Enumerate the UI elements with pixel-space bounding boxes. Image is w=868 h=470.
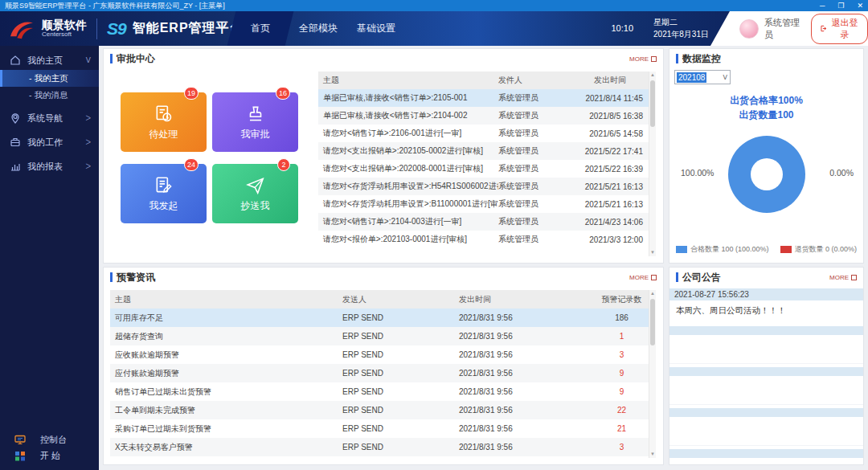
alert-table-row[interactable]: 超储存货查询 ERP SEND 2021/8/31 9:56 1 — [110, 327, 656, 345]
approval-table-row[interactable]: 单据已审核,请接收<销售订单>:2105-001 系统管理员 2021/8/14… — [318, 89, 656, 107]
approval-table-row[interactable]: 请您对<存货浮动耗用率设置>:H54R1S006002进行[审核] 系统管理员 … — [318, 178, 656, 195]
window-controls: ─ ❐ ✕ — [820, 0, 863, 11]
approval-table-row[interactable]: 单据已审核,请接收<销售订单>:2104-002 系统管理员 2021/8/5 … — [318, 107, 656, 125]
approval-panel-header: 审批中心 MORE — [104, 49, 663, 68]
header-user-area: 系统管理员 退出登录 — [710, 11, 868, 46]
alert-table-row[interactable]: 应付账款逾期预警 ERP SEND 2021/8/31 9:56 9 — [110, 364, 656, 382]
paper-plane-icon — [245, 175, 266, 196]
tile-initiated-by-me[interactable]: 24 我发起 — [121, 164, 207, 223]
chevron-right-icon: ᐳ — [85, 138, 91, 146]
approval-center-panel: 审批中心 MORE 19 待处理 — [103, 48, 664, 264]
pending-count-badge: 19 — [184, 87, 199, 100]
maximize-icon[interactable]: ❐ — [837, 0, 844, 11]
tile-pending[interactable]: 19 待处理 — [121, 92, 207, 152]
sidebar-group-my-reports[interactable]: 我的报表 ᐳ — [0, 157, 99, 176]
approval-table-row[interactable]: 请您对<报价单>:202103-0001进行[审核] 系统管理员 2021/3/… — [318, 231, 656, 248]
close-icon[interactable]: ✕ — [857, 0, 863, 11]
briefcase-icon — [10, 137, 21, 148]
notice-panel-header: 公司公告 MORE — [669, 268, 863, 287]
alerts-rows: 可用库存不足 ERP SEND 2021/8/31 9:56 186 超储存货查… — [110, 309, 656, 456]
period-selected-value: 202108 — [677, 72, 706, 83]
scroll-up-icon[interactable]: ▲ — [649, 290, 656, 297]
weekday: 星期二 — [653, 16, 709, 28]
scroll-down-icon[interactable]: ▼ — [649, 249, 656, 256]
approval-scrollbar[interactable]: ▲ ▼ — [649, 72, 656, 256]
alerts-panel: 预警资讯 MORE 主题 发送人 发出时间 预警记录数 可用库存不 — [103, 267, 664, 465]
tile-my-approvals[interactable]: 16 我审批 — [212, 92, 298, 152]
scrollbar-thumb[interactable] — [650, 80, 655, 127]
panel-accent-bar — [110, 54, 113, 63]
home-icon — [10, 55, 21, 66]
sidebar-item-my-messages[interactable]: - 我的消息 — [0, 87, 99, 104]
brand-name: 顺景软件 — [42, 19, 87, 31]
minimize-icon[interactable]: ─ — [820, 0, 825, 11]
sidebar-group-my-home[interactable]: 我的主页 ᐯ — [0, 51, 99, 70]
chart-legend: 合格数量 100 (100.00%) 退货数量 0 (0.00%) — [669, 244, 863, 255]
tile-cc-to-me[interactable]: 2 抄送我 — [212, 164, 298, 223]
notice-empty-slot — [669, 367, 863, 405]
scroll-up-icon[interactable]: ▲ — [649, 72, 656, 79]
alert-table-row[interactable]: 销售订单已过期未出货预警 ERP SEND 2021/8/31 9:56 9 — [110, 382, 656, 401]
notice-empty-slot — [669, 326, 863, 364]
nav-tab-basic-settings[interactable]: 基础设置 — [347, 11, 405, 46]
alert-table-row[interactable]: 采购订单已过期未到货预警 ERP SEND 2021/8/31 9:56 21 — [110, 419, 656, 438]
user-avatar[interactable] — [739, 19, 759, 39]
start-button[interactable]: 开 始 — [0, 448, 99, 464]
more-icon — [651, 275, 657, 280]
scrollbar-thumb[interactable] — [650, 299, 655, 345]
more-icon — [851, 275, 857, 280]
nav-tab-all-modules[interactable]: 全部模块 — [289, 11, 347, 46]
company-notice-panel: 公司公告 MORE 2021-08-27 15:56:23 本周六、周日公司活动… — [669, 267, 864, 465]
alert-table-row[interactable]: 可用库存不足 ERP SEND 2021/8/31 9:56 186 — [110, 309, 656, 327]
logout-button[interactable]: 退出登录 — [811, 14, 868, 44]
alerts-scrollbar[interactable]: ▲ ▼ — [649, 290, 656, 458]
alerts-more-button[interactable]: MORE — [629, 274, 657, 281]
notice-panel-title: 公司公告 — [682, 271, 721, 284]
pass-percentage-label: 100.00% — [681, 168, 714, 178]
brand-divider — [96, 18, 97, 39]
notice-empty-slot — [669, 449, 863, 464]
approval-table-row[interactable]: 请您对<支出报销单>:202105-0002进行[审核] 系统管理员 2021/… — [318, 142, 656, 160]
main-nav: 首页 全部模块 基础设置 — [231, 11, 405, 46]
console-button[interactable]: 控制台 — [0, 431, 99, 448]
clock: 10:10 — [611, 23, 633, 33]
brand-area: 顺景软件 Centersoft S9 智能ERP管理平台 — [8, 11, 244, 46]
notice-timestamp: 2021-08-27 15:56:23 — [669, 288, 863, 300]
user-name: 系统管理员 — [764, 17, 801, 41]
nav-tab-home[interactable]: 首页 — [227, 11, 294, 46]
alerts-table: 主题 发送人 发出时间 预警记录数 可用库存不足 ERP SEND 2021/8… — [110, 290, 656, 458]
approval-more-button[interactable]: MORE — [629, 55, 657, 63]
cc-count-badge: 2 — [277, 158, 290, 171]
alert-table-row[interactable]: 应收账款逾期预警 ERP SEND 2021/8/31 9:56 3 — [110, 345, 656, 364]
erp-window: 顺景S9智能ERP管理平台 - 广东顺景软件科技有限公司_ZY - [主菜单] … — [0, 0, 868, 470]
panel-accent-bar — [110, 272, 113, 282]
sidebar-group-system-nav[interactable]: 系统导航 ᐳ — [0, 108, 99, 128]
start-icon — [14, 451, 26, 461]
location-pin-icon — [10, 112, 21, 124]
scroll-down-icon[interactable]: ▼ — [649, 451, 656, 458]
sidebar: 我的主页 ᐯ - 我的主页 - 我的消息 系统导航 ᐳ 我的工作 ᐳ 我 — [0, 46, 99, 470]
approval-tiles: 19 待处理 16 我审批 — [121, 92, 298, 223]
os-titlebar: 顺景S9智能ERP管理平台 - 广东顺景软件科技有限公司_ZY - [主菜单] … — [0, 0, 868, 11]
pass-rate-headline: 出货合格率100% — [669, 94, 863, 108]
period-select[interactable]: 202108 ᐯ — [674, 70, 731, 84]
notice-entry[interactable]: 2021-08-27 15:56:23 本周六、周日公司活动！！！ — [669, 288, 863, 323]
document-edit-icon — [154, 175, 174, 196]
bar-chart-icon — [10, 161, 21, 172]
approval-table-row[interactable]: 请您对<销售订单>:2106-001进行[一审] 系统管理员 2021/6/5 … — [318, 125, 656, 142]
notice-list: 2021-08-27 15:56:23 本周六、周日公司活动！！！ — [669, 288, 863, 464]
data-monitor-panel: 数据监控 202108 ᐯ 出货合格率100% 出货数量100 100.00% … — [669, 48, 864, 264]
initiated-count-badge: 24 — [184, 158, 199, 171]
alerts-table-header: 主题 发送人 发出时间 预警记录数 — [110, 290, 656, 309]
brand-text: 顺景软件 Centersoft — [42, 19, 87, 38]
alert-table-row[interactable]: 工令单到期未完成预警 ERP SEND 2021/8/31 9:56 22 — [110, 401, 656, 419]
monitor-panel-header: 数据监控 — [669, 49, 863, 68]
notice-more-button[interactable]: MORE — [829, 274, 857, 281]
sidebar-item-my-home[interactable]: - 我的主页 — [0, 70, 99, 87]
approval-table-row[interactable]: 请您对<支出报销单>:202008-0001进行[审核] 系统管理员 2021/… — [318, 160, 656, 178]
date: 2021年8月31日 — [653, 28, 709, 40]
alert-table-row[interactable]: X天未转交易客户预警 ERP SEND 2021/8/31 9:56 3 — [110, 438, 656, 456]
sidebar-group-my-work[interactable]: 我的工作 ᐳ — [0, 133, 99, 152]
approval-table-row[interactable]: 请您对<销售订单>:2104-003进行[一审] 系统管理员 2021/4/23… — [318, 213, 656, 231]
approval-table-row[interactable]: 请您对<存货浮动耗用率设置>:B11000001进行[审核] 系统管理员 202… — [318, 195, 656, 213]
